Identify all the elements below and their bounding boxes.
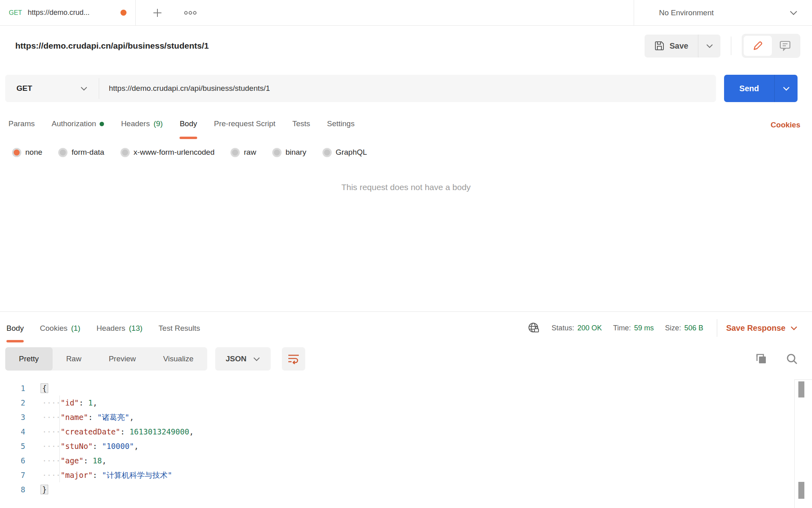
view-mode-visualize[interactable]: Visualize	[149, 347, 207, 371]
save-button[interactable]: Save	[645, 35, 698, 57]
code-line: 7 ····"major": "计算机科学与技术"	[0, 468, 812, 482]
tab-pre-request-script[interactable]: Pre-request Script	[214, 111, 275, 139]
chevron-down-icon	[790, 326, 798, 330]
code-line: 8 }	[0, 482, 812, 497]
new-tab-button[interactable]	[149, 4, 166, 22]
body-type-none[interactable]: none	[12, 148, 42, 157]
response-headers-count: (13)	[129, 324, 143, 333]
line-number: 1	[0, 381, 25, 395]
radio-icon	[58, 148, 67, 157]
url-group: GET https://demo.crudapi.cn/api/business…	[5, 75, 716, 102]
body-type-form-data[interactable]: form-data	[58, 148, 104, 157]
scrollbar-thumb[interactable]	[798, 482, 804, 499]
response-toolbar: Pretty Raw Preview Visualize JSON	[5, 347, 801, 371]
line-number: 8	[0, 482, 25, 497]
line-number: 3	[0, 410, 25, 424]
response-pane: Body Cookies(1) Headers(13) Test Results…	[0, 311, 812, 508]
response-tab-headers[interactable]: Headers(13)	[96, 313, 143, 342]
plus-icon	[152, 7, 163, 18]
search-icon	[786, 353, 798, 365]
radio-icon	[272, 148, 282, 157]
body-type-binary[interactable]: binary	[272, 148, 306, 157]
send-options-button[interactable]	[774, 75, 798, 102]
radio-selected-icon	[12, 148, 21, 157]
size-value: 506 B	[684, 324, 703, 332]
body-type-options: none form-data x-www-form-urlencoded raw…	[0, 141, 812, 163]
save-response-button[interactable]: Save Response	[726, 324, 798, 333]
comment-icon	[779, 41, 791, 51]
tab-tests[interactable]: Tests	[292, 111, 310, 139]
code-line: 1 {	[0, 381, 812, 395]
save-icon	[654, 41, 665, 51]
search-response-button[interactable]	[783, 350, 801, 368]
open-brace: {	[41, 383, 48, 393]
code-line: 2 ····"id": 1,	[0, 395, 812, 410]
response-meta: Status:200 OK Time:59 ms Size:506 B Save…	[528, 319, 806, 337]
indent-guide	[59, 395, 60, 482]
tab-authorization[interactable]: Authorization	[51, 111, 104, 139]
line-number: 4	[0, 424, 25, 439]
request-tab[interactable]: GET https://demo.crud...	[0, 0, 136, 25]
view-mode-preview[interactable]: Preview	[95, 347, 150, 371]
comment-button[interactable]	[772, 36, 798, 56]
postman-app: GET https://demo.crud... No Environment …	[0, 0, 812, 508]
close-brace: }	[41, 485, 48, 494]
url-input[interactable]: https://demo.crudapi.cn/api/business/stu…	[99, 75, 716, 102]
tab-headers[interactable]: Headers(9)	[121, 111, 163, 139]
response-body-editor: 1 { 2 ····"id": 1, 3 ····"name": "诸葛亮", …	[0, 375, 812, 508]
tab-settings[interactable]: Settings	[327, 111, 355, 139]
send-button[interactable]: Send	[724, 75, 774, 102]
code-line: 3 ····"name": "诸葛亮",	[0, 410, 812, 424]
chevron-down-icon	[80, 86, 88, 91]
radio-icon	[322, 148, 332, 157]
copy-response-button[interactable]	[753, 350, 770, 368]
code-line: 5 ····"stuNo": "10000",	[0, 439, 812, 453]
line-number: 6	[0, 453, 25, 468]
chevron-down-icon	[790, 10, 798, 15]
wrap-text-icon	[288, 354, 300, 364]
environment-selector[interactable]: No Environment	[634, 0, 812, 25]
tab-body[interactable]: Body	[180, 111, 197, 139]
tab-bar: GET https://demo.crud... No Environment	[0, 0, 812, 26]
method-selector[interactable]: GET	[5, 75, 99, 102]
line-number: 2	[0, 395, 25, 410]
response-tab-test-results[interactable]: Test Results	[159, 313, 200, 342]
size-label: Size:	[665, 324, 681, 332]
view-mode-pretty[interactable]: Pretty	[5, 347, 53, 371]
tab-title: https://demo.crud...	[28, 8, 116, 17]
scrollbar-thumb[interactable]	[798, 381, 804, 397]
more-options-icon	[184, 10, 197, 15]
divider	[717, 319, 717, 337]
edit-button[interactable]	[744, 36, 772, 56]
body-type-x-www-form-urlencoded[interactable]: x-www-form-urlencoded	[120, 148, 215, 157]
tab-params[interactable]: Params	[8, 111, 35, 139]
wrap-text-button[interactable]	[282, 347, 305, 371]
chevron-down-icon	[783, 86, 790, 91]
save-options-button[interactable]	[698, 35, 720, 57]
line-number: 7	[0, 468, 25, 482]
edit-comment-group	[742, 34, 800, 58]
environment-label: No Environment	[659, 8, 790, 17]
chevron-down-icon	[253, 357, 260, 361]
divider	[731, 37, 731, 55]
headers-count: (9)	[153, 119, 163, 128]
status-value: 200 OK	[577, 324, 602, 332]
body-type-graphql[interactable]: GraphQL	[322, 148, 367, 157]
body-type-raw[interactable]: raw	[231, 148, 256, 157]
request-tabs: Params Authorization Headers(9) Body Pre…	[0, 111, 812, 139]
response-tab-body[interactable]: Body	[6, 313, 24, 342]
request-bar: GET https://demo.crudapi.cn/api/business…	[5, 75, 798, 102]
time-value: 59 ms	[634, 324, 654, 332]
request-title: https://demo.crudapi.cn/api/business/stu…	[15, 41, 209, 51]
language-selector[interactable]: JSON	[215, 347, 271, 371]
view-mode-raw[interactable]: Raw	[53, 347, 95, 371]
response-tab-cookies[interactable]: Cookies(1)	[40, 313, 80, 342]
chevron-down-icon	[706, 44, 713, 48]
cookies-link[interactable]: Cookies	[771, 121, 804, 129]
status-label: Status:	[552, 324, 574, 332]
empty-body-message: This request does not have a body	[0, 179, 812, 195]
tab-options-button[interactable]	[182, 4, 199, 22]
authorization-set-dot-icon	[100, 122, 104, 126]
request-header: https://demo.crudapi.cn/api/business/stu…	[0, 26, 812, 66]
save-split-button: Save	[645, 35, 720, 57]
